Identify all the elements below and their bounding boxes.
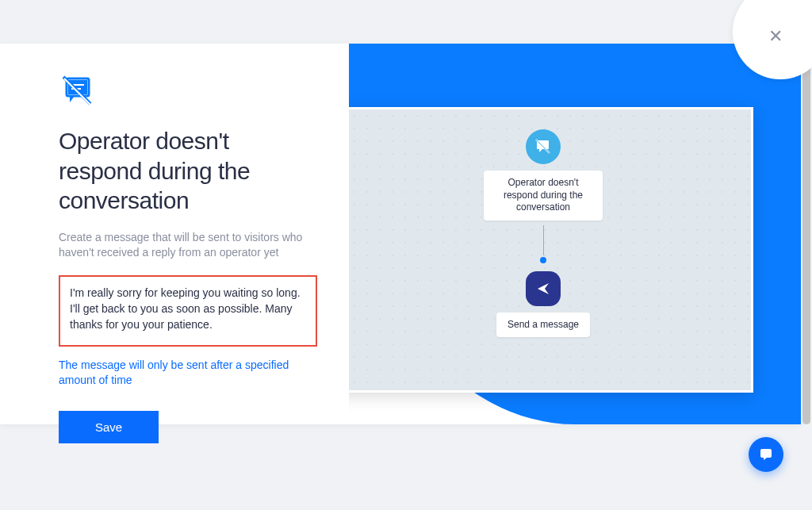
flow-diagram: Operator doesn't respond during the conv…: [349, 107, 753, 393]
main-card: Operator doesn't respond during the conv…: [0, 44, 801, 424]
chat-icon: [758, 447, 774, 462]
message-textarea[interactable]: I'm really sorry for keeping you waiting…: [59, 275, 317, 347]
node-label-trigger[interactable]: Operator doesn't respond during the conv…: [484, 171, 603, 220]
svg-rect-9: [760, 449, 772, 458]
no-response-node-icon: [526, 129, 561, 164]
save-button[interactable]: Save: [59, 411, 159, 443]
subtext: Create a message that will be sent to vi…: [59, 230, 317, 261]
flow-connector: [543, 225, 544, 255]
left-panel: Operator doesn't respond during the conv…: [0, 44, 349, 424]
hint-text: The message will only be sent after a sp…: [59, 358, 317, 389]
page-title: Operator doesn't respond during the conv…: [59, 126, 317, 216]
scrollbar-thumb[interactable]: [802, 44, 810, 424]
flow-dot: [540, 257, 546, 263]
node-label-action[interactable]: Send a message: [496, 313, 590, 338]
close-icon[interactable]: ✕: [768, 26, 783, 47]
send-message-node-icon: [526, 271, 561, 306]
scrollbar[interactable]: [802, 44, 810, 424]
right-panel: Operator doesn't respond during the conv…: [349, 44, 801, 424]
chat-fab-button[interactable]: [749, 437, 783, 472]
no-response-icon: [59, 75, 317, 110]
